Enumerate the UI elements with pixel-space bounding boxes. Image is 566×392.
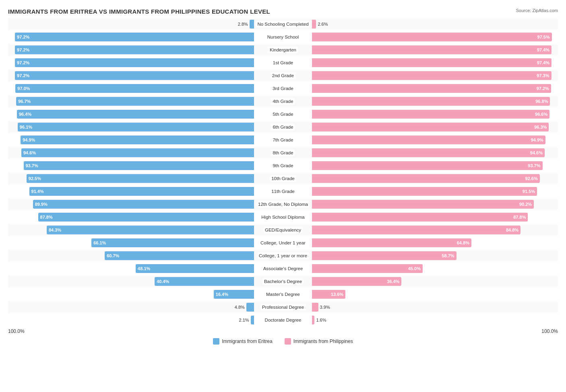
bar-value: 16.4% [216,292,228,297]
left-bar-wrap: 87.8% [8,211,283,223]
bar-row: 97.2%Nursery School97.5% [8,31,558,43]
bar-value: 94.9% [23,138,35,142]
bar-row: 2.8%No Schooling Completed2.6% [8,18,558,30]
left-bar: 16.4% [214,290,254,299]
bar-value: 96.7% [18,99,31,104]
bar-value: 97.0% [17,86,30,91]
bar-value: 96.8% [535,99,548,104]
right-bar: 90.2% [312,200,534,209]
bar-value: 84.8% [506,228,518,232]
right-bar: 94.6% [312,148,545,157]
bar-row: 84.3%GED/Equivalency84.8% [8,224,558,236]
left-bar-wrap: 60.7% [8,250,283,262]
right-bar: 96.3% [312,123,549,131]
legend-item-philippines: Immigrants from Philippines [285,338,353,345]
bar-value: 93.7% [26,163,38,168]
bar-value-outside: 1.6% [316,318,326,322]
left-bar: 94.9% [21,135,254,144]
right-bar-wrap: 2.6% [283,18,558,30]
left-bar: 96.7% [16,97,254,106]
right-bar-wrap: 97.4% [283,44,558,56]
right-bar: 97.4% [312,45,552,54]
bar-value: 90.2% [519,202,532,207]
axis-right: 100.0% [541,328,558,334]
right-bar: 64.8% [312,238,471,247]
right-bar: 84.8% [312,226,521,234]
right-bar-wrap: 87.8% [283,211,558,223]
bar-value-outside: 2.6% [318,22,328,27]
right-bar-wrap: 64.8% [283,237,558,249]
right-bar-wrap: 91.5% [283,185,558,197]
left-bar-wrap: 92.5% [8,172,283,185]
bar-value-outside: 2.1% [239,318,249,322]
bar-row: 96.4%5th Grade96.6% [8,108,558,120]
left-bar-wrap: 91.4% [8,185,283,197]
right-bar: 97.3% [312,71,552,80]
bar-value: 93.7% [528,163,540,168]
axis-labels: 100.0% 100.0% [8,328,558,334]
right-bar-wrap: 58.7% [283,250,558,262]
bar-value-outside: 2.8% [238,22,248,27]
right-bar-wrap: 90.2% [283,198,558,210]
bar-value: 91.5% [523,189,535,194]
right-bar-wrap: 94.6% [283,147,558,159]
left-bar: 96.1% [18,123,254,131]
left-bar-wrap: 4.8% [8,301,283,313]
left-bar: 97.2% [15,45,254,54]
left-bar-wrap: 97.2% [8,31,283,43]
right-bar: 58.7% [312,251,457,260]
bar-value: 96.1% [20,125,32,129]
bar-row: 93.7%9th Grade93.7% [8,160,558,172]
left-bar: 40.4% [155,277,254,286]
legend: Immigrants from Eritrea Immigrants from … [8,338,558,345]
left-bar-wrap: 89.9% [8,198,283,210]
left-bar: 93.7% [24,161,254,170]
bar-row: 2.1%Doctorate Degree1.6% [8,314,558,326]
bar-row: 60.7%College, 1 year or more58.7% [8,250,558,262]
right-bar: 87.8% [312,213,528,222]
bar-value: 64.8% [457,240,469,245]
left-bar-wrap: 2.1% [8,314,283,326]
left-bar-wrap: 97.2% [8,57,283,69]
right-bar-wrap: 96.8% [283,95,558,107]
legend-box-eritrea [213,338,219,345]
right-bar-wrap: 13.6% [283,288,558,300]
bar-value: 40.4% [157,279,169,284]
bar-value: 96.6% [535,112,547,117]
right-bar-wrap: 93.7% [283,160,558,172]
left-bar [246,303,254,312]
left-bar-wrap: 96.7% [8,95,283,107]
left-bar: 66.1% [91,238,254,247]
left-bar-wrap: 97.2% [8,70,283,82]
left-bar: 92.5% [27,174,254,183]
left-bar: 97.2% [15,71,254,80]
right-bar: 13.6% [312,290,345,299]
left-bar-wrap: 16.4% [8,288,283,300]
right-bar: 97.5% [312,33,552,41]
bar-value: 97.2% [17,35,29,39]
bar-value: 96.3% [534,125,547,129]
bar-value: 87.8% [513,215,526,220]
bar-row: 66.1%College, Under 1 year64.8% [8,237,558,249]
left-bar [251,316,254,324]
left-bar: 60.7% [105,251,254,260]
right-bar: 97.2% [312,84,551,93]
bar-row: 97.2%2nd Grade97.3% [8,70,558,82]
right-bar-wrap: 1.6% [283,314,558,326]
bar-row: 97.0%3rd Grade97.2% [8,82,558,94]
left-bar-wrap: 93.7% [8,160,283,172]
right-bar-wrap: 96.3% [283,121,558,133]
right-bar-wrap: 97.2% [283,82,558,94]
right-bar-wrap: 45.0% [283,263,558,275]
bar-value-outside: 4.8% [235,305,245,310]
bar-value: 92.5% [29,176,41,181]
left-bar: 94.6% [21,148,254,157]
bar-value: 94.6% [530,150,543,155]
right-bar-wrap: 97.3% [283,70,558,82]
right-bar-wrap: 97.4% [283,57,558,69]
legend-label-philippines: Immigrants from Philippines [293,339,353,344]
right-bar-wrap: 97.5% [283,31,558,43]
source-label: Source: ZipAtlas.com [516,8,558,13]
bar-value: 84.3% [49,228,61,232]
left-bar: 89.9% [33,200,254,209]
